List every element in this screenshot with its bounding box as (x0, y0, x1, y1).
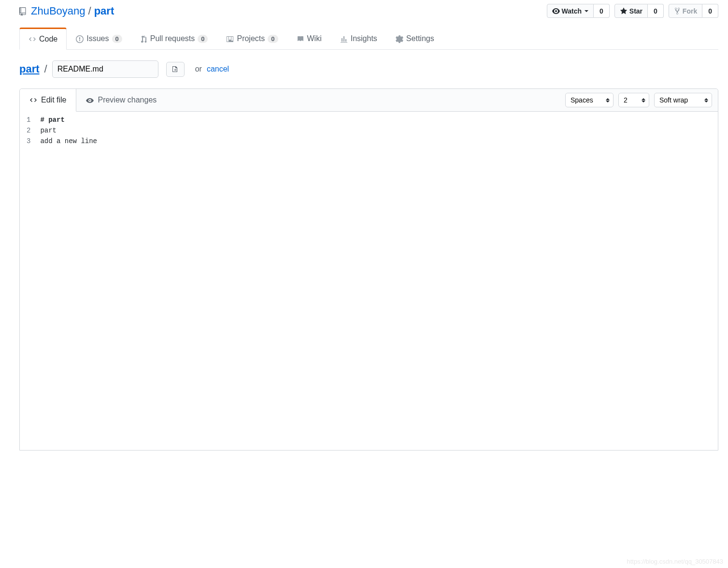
watch-label: Watch (562, 7, 582, 15)
repo-actions: Watch 0 Star 0 Fork 0 (547, 4, 718, 18)
edit-file-tab[interactable]: Edit file (20, 89, 76, 112)
star-icon (620, 7, 628, 15)
code-line[interactable]: part (35, 125, 718, 136)
preview-tab[interactable]: Preview changes (76, 89, 167, 111)
chevron-down-icon (585, 10, 588, 12)
star-button[interactable]: Star (614, 4, 648, 18)
star-count[interactable]: 0 (648, 4, 664, 18)
tab-label: Pull requests (150, 34, 195, 43)
tab-wiki[interactable]: Wiki (287, 28, 331, 49)
clipboard-button[interactable] (166, 62, 185, 76)
indent-mode-select[interactable]: Spaces (565, 93, 614, 107)
tab-projects[interactable]: Projects 0 (217, 28, 287, 49)
editor: Edit file Preview changes Spaces 2 (19, 88, 718, 451)
tab-label: Insights (351, 34, 377, 43)
fork-icon (674, 7, 681, 15)
watch-count[interactable]: 0 (594, 4, 610, 18)
code-line[interactable]: # part (35, 115, 718, 125)
tab-issues[interactable]: Issues 0 (67, 28, 131, 49)
or-text: or (195, 65, 202, 73)
eye-icon (552, 7, 560, 15)
tab-label: Code (39, 35, 57, 44)
issue-icon (76, 34, 84, 43)
book-icon (297, 34, 304, 43)
graph-icon (340, 34, 348, 43)
repo-link[interactable]: part (94, 5, 114, 17)
tab-label: Projects (237, 34, 265, 43)
line-number: 3 (27, 136, 30, 146)
line-number: 1 (27, 115, 30, 125)
code-editor[interactable]: 123 # partpartadd a new line (20, 112, 718, 450)
filename-input[interactable] (52, 60, 158, 78)
tab-settings[interactable]: Settings (386, 28, 443, 49)
separator: / (88, 5, 91, 17)
gutter: 123 (20, 112, 35, 450)
code-line[interactable]: add a new line (35, 136, 718, 146)
projects-count: 0 (268, 35, 278, 43)
tab-label: Issues (86, 34, 109, 43)
edit-tab-label: Edit file (41, 96, 66, 104)
preview-tab-label: Preview changes (98, 96, 157, 104)
eye-icon (86, 96, 94, 104)
tab-insights[interactable]: Insights (331, 28, 386, 49)
owner-link[interactable]: ZhuBoyang (31, 5, 86, 17)
indent-size-select[interactable]: 2 (618, 93, 649, 107)
project-icon (226, 34, 234, 43)
tab-code[interactable]: Code (19, 28, 67, 50)
gear-icon (396, 34, 403, 43)
cancel-link[interactable]: cancel (207, 65, 229, 73)
watch-button[interactable]: Watch (547, 4, 594, 18)
path-separator: / (44, 63, 47, 75)
pulls-count: 0 (198, 35, 208, 43)
fork-count[interactable]: 0 (702, 4, 718, 18)
code-icon (29, 96, 37, 104)
breadcrumb: ZhuBoyang / part (19, 5, 114, 17)
clipboard-icon (171, 65, 179, 73)
repo-icon (19, 5, 28, 17)
line-number: 2 (27, 125, 30, 136)
code-content[interactable]: # partpartadd a new line (35, 112, 718, 450)
tab-pulls[interactable]: Pull requests 0 (131, 28, 217, 49)
fork-button[interactable]: Fork (669, 4, 702, 18)
code-icon (29, 35, 36, 44)
issues-count: 0 (112, 35, 122, 43)
tab-label: Wiki (307, 34, 322, 43)
wrap-mode-select[interactable]: Soft wrap (654, 93, 712, 107)
pull-request-icon (141, 34, 147, 43)
repo-tabs: Code Issues 0 Pull requests 0 Projects 0… (19, 28, 718, 50)
tab-label: Settings (406, 34, 434, 43)
fork-label: Fork (683, 7, 697, 15)
star-label: Star (629, 7, 642, 15)
root-link[interactable]: part (19, 63, 40, 75)
